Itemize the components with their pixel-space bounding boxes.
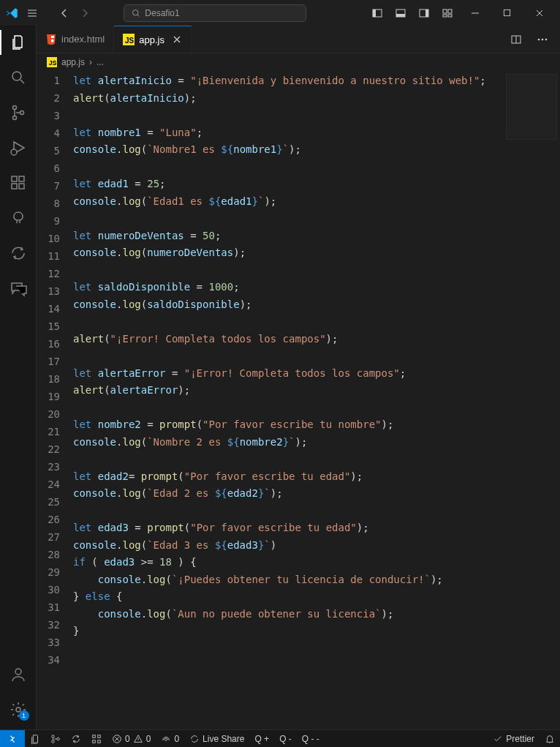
svg-point-23 — [16, 707, 20, 712]
explorer-icon[interactable] — [9, 33, 28, 52]
svg-rect-36 — [98, 735, 101, 737]
svg-point-16 — [11, 149, 17, 155]
svg-rect-2 — [373, 10, 376, 17]
menu-icon[interactable] — [25, 6, 39, 20]
svg-text:JS: JS — [49, 59, 57, 67]
minimap[interactable] — [506, 74, 557, 140]
nav-back-icon[interactable] — [58, 7, 70, 19]
js-file-icon: JS — [47, 57, 57, 67]
svg-point-14 — [12, 116, 16, 120]
breadcrumb-rest: ... — [97, 57, 104, 67]
status-problems[interactable]: 0 0 — [107, 730, 156, 747]
status-bell-icon[interactable] — [540, 734, 560, 744]
search-sidebar-icon[interactable] — [9, 68, 28, 87]
line-numbers: 1234567891011121314151617181920212223242… — [37, 71, 73, 729]
tab-label: index.html — [61, 34, 105, 45]
status-explorer-icon[interactable] — [25, 730, 45, 747]
tab-label: app.js — [139, 34, 164, 45]
settings-icon[interactable]: 1 — [9, 700, 28, 719]
layout-custom-icon[interactable] — [437, 3, 458, 23]
svg-rect-38 — [98, 740, 101, 743]
code-content[interactable]: let alertaInicio = "¡Bienvenida y bienve… — [73, 71, 560, 729]
svg-rect-37 — [93, 740, 96, 743]
svg-point-28 — [542, 38, 544, 40]
svg-rect-18 — [12, 184, 17, 189]
svg-rect-4 — [396, 14, 405, 17]
svg-rect-20 — [19, 176, 24, 181]
breadcrumb[interactable]: JS app.js › ... — [37, 53, 560, 71]
html-file-icon — [45, 34, 57, 45]
status-grid-icon[interactable] — [86, 730, 107, 747]
svg-point-22 — [15, 669, 21, 675]
svg-text:JS: JS — [125, 37, 135, 45]
svg-point-15 — [20, 111, 23, 115]
layout-left-icon[interactable] — [367, 3, 387, 23]
maximize-button[interactable] — [493, 3, 522, 23]
svg-rect-35 — [93, 735, 96, 737]
status-q-minus[interactable]: Q - — [274, 730, 297, 747]
nav-forward-icon[interactable] — [79, 7, 91, 19]
breadcrumb-file: app.js — [61, 57, 85, 67]
account-icon[interactable] — [9, 665, 28, 684]
vscode-logo-icon — [6, 7, 19, 20]
svg-rect-17 — [12, 176, 17, 181]
source-control-icon[interactable] — [9, 103, 28, 122]
svg-point-40 — [166, 739, 167, 740]
status-branch[interactable] — [45, 730, 66, 747]
split-editor-icon[interactable] — [506, 29, 526, 50]
tab-index-html[interactable]: index.html — [37, 26, 114, 53]
svg-point-32 — [52, 735, 55, 737]
activity-bar: 1 — [0, 26, 37, 729]
status-prettier[interactable]: Prettier — [488, 734, 540, 744]
minimize-button[interactable] — [461, 3, 490, 23]
breadcrumb-sep: › — [89, 57, 92, 67]
tab-app-js[interactable]: JS app.js — [114, 26, 192, 53]
settings-badge: 1 — [19, 710, 29, 721]
svg-point-33 — [52, 740, 55, 743]
svg-point-34 — [57, 737, 60, 740]
debug-icon[interactable] — [9, 138, 28, 157]
chat-icon[interactable] — [9, 279, 28, 298]
close-button[interactable] — [525, 3, 554, 23]
js-file-icon: JS — [123, 34, 135, 45]
command-center-search[interactable]: Desafio1 — [124, 4, 306, 22]
svg-rect-8 — [448, 10, 452, 13]
editor[interactable]: 1234567891011121314151617181920212223242… — [37, 71, 560, 729]
codeium-icon[interactable] — [9, 209, 28, 228]
svg-rect-6 — [425, 10, 428, 17]
more-actions-icon[interactable] — [532, 29, 553, 50]
editor-tabs: index.html JS app.js — [37, 26, 560, 53]
search-icon — [132, 9, 140, 18]
status-port[interactable]: 0 — [156, 730, 184, 747]
layout-right-icon[interactable] — [414, 3, 434, 23]
svg-rect-9 — [443, 15, 447, 17]
svg-rect-19 — [19, 184, 24, 189]
layout-bottom-icon[interactable] — [390, 3, 411, 23]
liveshare-icon[interactable] — [9, 244, 28, 263]
status-bar: 0 0 0 Live Share Q + Q - Q - - Prettier — [0, 729, 560, 747]
svg-point-27 — [538, 38, 540, 40]
status-q-minus-minus[interactable]: Q - - — [297, 730, 325, 747]
status-sync-icon[interactable] — [66, 730, 86, 747]
search-text: Desafio1 — [145, 8, 179, 18]
remote-button[interactable] — [0, 730, 25, 747]
close-icon[interactable] — [172, 34, 182, 45]
status-q-plus[interactable]: Q + — [249, 730, 274, 747]
titlebar: Desafio1 — [0, 0, 560, 26]
svg-rect-7 — [443, 10, 447, 13]
svg-point-0 — [133, 10, 139, 15]
svg-point-13 — [12, 106, 16, 110]
svg-point-12 — [12, 72, 21, 80]
svg-rect-11 — [504, 10, 510, 15]
status-liveshare[interactable]: Live Share — [184, 730, 249, 747]
svg-rect-10 — [448, 15, 452, 17]
svg-point-29 — [545, 38, 548, 40]
extensions-icon[interactable] — [9, 173, 28, 192]
